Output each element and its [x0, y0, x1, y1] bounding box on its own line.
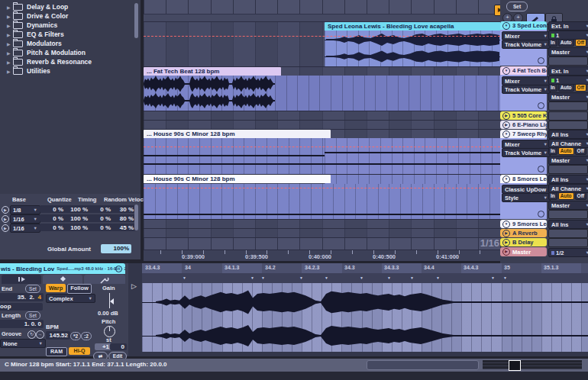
groove-timing-field[interactable]: 100 %: [64, 224, 90, 231]
track-status-icon[interactable]: [538, 211, 544, 217]
monitor-auto-button[interactable]: Auto: [558, 84, 574, 92]
groove-quantize-field[interactable]: 0 %: [40, 214, 66, 222]
sample-waveform-area[interactable]: [142, 283, 588, 352]
bpm-halve-button[interactable]: :2: [81, 332, 92, 340]
monitor-auto-button[interactable]: Auto: [558, 39, 574, 47]
automation-line[interactable]: [144, 163, 500, 165]
clip-sped-leona-header[interactable]: Sped Leona Lewis - Bleeding Love acapell…: [325, 22, 500, 31]
track-status-icon[interactable]: [538, 57, 544, 64]
disclosure-triangle-icon[interactable]: ▶: [7, 60, 13, 65]
ram-button[interactable]: RAM: [46, 347, 67, 356]
browser-item[interactable]: ▶Modulators: [0, 39, 130, 48]
disclosure-triangle-icon[interactable]: ▶: [7, 5, 13, 10]
browser-item[interactable]: ▶Utilities: [0, 66, 130, 76]
track-header-9[interactable]: ▼9 Smores Lea: [500, 220, 547, 228]
global-amount-field[interactable]: 100%: [101, 244, 131, 253]
arrangement-overview[interactable]: [483, 360, 582, 369]
monitor-in-button[interactable]: In: [548, 39, 557, 47]
warp-marker-icon[interactable]: ▼: [299, 275, 303, 280]
control-select[interactable]: Track Volume▼: [502, 148, 551, 157]
monitor-in-button[interactable]: In: [548, 147, 557, 155]
browser-item[interactable]: ▶Drive & Color: [0, 11, 130, 21]
return-track-b[interactable]: ▶B Delay: [500, 238, 547, 246]
clip-house1-header[interactable]: ... House 90s C Minor 128 bpm: [144, 130, 331, 138]
monitor-off-button[interactable]: Off: [575, 192, 586, 200]
warp-button[interactable]: Warp: [46, 284, 66, 292]
detune-field[interactable]: 0: [110, 343, 127, 350]
gain-value[interactable]: 0.00 dB: [98, 310, 118, 317]
monitor-in-button[interactable]: In: [548, 84, 557, 92]
input-type-select[interactable]: All Ins▼: [548, 175, 588, 184]
browser-item[interactable]: ▶EQ & Filters: [0, 30, 130, 39]
warp-marker-icon[interactable]: ▼: [436, 275, 440, 280]
end-value-field[interactable]: 35. 2. 4: [0, 293, 44, 301]
automation-line-red[interactable]: [144, 36, 500, 37]
monitor-off-button[interactable]: Off: [575, 39, 586, 47]
automation-line-red[interactable]: [144, 147, 500, 147]
length-set-button[interactable]: Set: [25, 311, 40, 320]
groove-random-field[interactable]: 0 %: [89, 224, 113, 231]
track-status-icon[interactable]: [538, 166, 544, 172]
disclosure-triangle-icon[interactable]: ▶: [7, 69, 13, 74]
monitor-off-button[interactable]: Off: [575, 84, 586, 92]
warp-marker-icon[interactable]: ▼: [325, 275, 328, 280]
pitch-knob[interactable]: [104, 326, 115, 337]
clip-fat-tech-body-right[interactable]: [275, 76, 500, 111]
browser-item[interactable]: ▶Delay & Loop: [0, 2, 130, 11]
monitor-in-button[interactable]: In: [548, 192, 557, 200]
control-select[interactable]: Track Volume▼: [502, 40, 551, 49]
sample-ruler[interactable]: 33.4.3 34 34.1.3 34.2 34.2.3 34.3 34.3.3…: [142, 263, 588, 273]
groove-scrollbar[interactable]: [134, 204, 138, 230]
warp-marker-icon[interactable]: ▼: [491, 275, 495, 280]
monitor-off-button[interactable]: Off: [575, 147, 586, 155]
track-header-7[interactable]: ▼7 Sweep Rhyt: [500, 130, 547, 138]
output-select[interactable]: Master▼: [548, 92, 588, 101]
play-icon[interactable]: ▶: [502, 248, 510, 256]
groove-random-field[interactable]: 0 %: [89, 205, 113, 213]
automation-line[interactable]: [144, 214, 500, 215]
groove-velocity-field[interactable]: 80 %: [111, 214, 136, 222]
arrangement-beat-ruler[interactable]: [144, 0, 500, 14]
groove-velocity-field[interactable]: 45 %: [111, 224, 136, 231]
control-select[interactable]: Style▼: [502, 193, 551, 202]
groove-commit-icon[interactable]: ▶: [2, 215, 9, 223]
groove-quantize-field[interactable]: 0 %: [40, 205, 66, 213]
monitor-auto-button[interactable]: Auto: [558, 192, 574, 200]
overview-selection-box[interactable]: [509, 360, 521, 371]
groove-commit-icon[interactable]: ▶: [2, 224, 9, 232]
bpm-double-button[interactable]: *2: [70, 332, 81, 340]
fold-arrow-icon[interactable]: ▼: [502, 221, 510, 228]
fold-arrow-icon[interactable]: ▼: [502, 22, 510, 30]
automation-line[interactable]: [325, 152, 500, 153]
follow-button[interactable]: Follow: [67, 284, 92, 294]
output-select[interactable]: Master▼: [548, 156, 588, 165]
output-select[interactable]: Master▼: [548, 47, 588, 56]
master-track[interactable]: ▶Master: [500, 247, 547, 256]
input-type-select[interactable]: All Ins▼: [548, 130, 588, 139]
groove-timing-field[interactable]: 100 %: [64, 205, 90, 213]
monitor-auto-button[interactable]: Auto: [558, 147, 574, 155]
length-value-field[interactable]: 1. 0. 0: [0, 320, 44, 328]
browser-item[interactable]: ▶Dynamics: [0, 21, 130, 30]
back-to-arrangement-button[interactable]: ▶▤: [494, 5, 500, 16]
warp-marker-strip[interactable]: ▼▼▼▼▼▼▼▼▼▼▼: [142, 273, 588, 283]
groove-timing-field[interactable]: 100 %: [64, 214, 90, 222]
end-set-button[interactable]: Set: [25, 285, 40, 293]
groove-hotswap-icon[interactable]: ↻: [27, 330, 36, 339]
input-type-select[interactable]: All Ins▼: [548, 220, 588, 229]
warp-marker-icon[interactable]: ▼: [503, 275, 507, 280]
disclosure-triangle-icon[interactable]: ▶: [7, 32, 13, 37]
groove-select[interactable]: None▼: [0, 339, 46, 348]
control-select[interactable]: Track Volume▼: [502, 85, 551, 94]
warp-marker-icon[interactable]: ▼: [261, 275, 265, 280]
disclosure-triangle-icon[interactable]: ▶: [7, 23, 13, 28]
automation-line-red[interactable]: [144, 188, 500, 188]
clip-fat-tech-header[interactable]: ... Fat Tech Beat 128 bpm: [144, 67, 281, 76]
input-type-select[interactable]: Ext. In▼: [548, 21, 588, 31]
track-header-4[interactable]: ▼4 Fat Tech Be: [500, 66, 547, 75]
clip-fat-tech-body[interactable]: [144, 76, 275, 111]
groove-quantize-field[interactable]: 0 %: [40, 224, 66, 231]
bpm-field[interactable]: 145.52: [46, 331, 70, 340]
tab-sample[interactable]: [43, 275, 82, 284]
fold-arrow-icon[interactable]: ▼: [502, 130, 510, 138]
